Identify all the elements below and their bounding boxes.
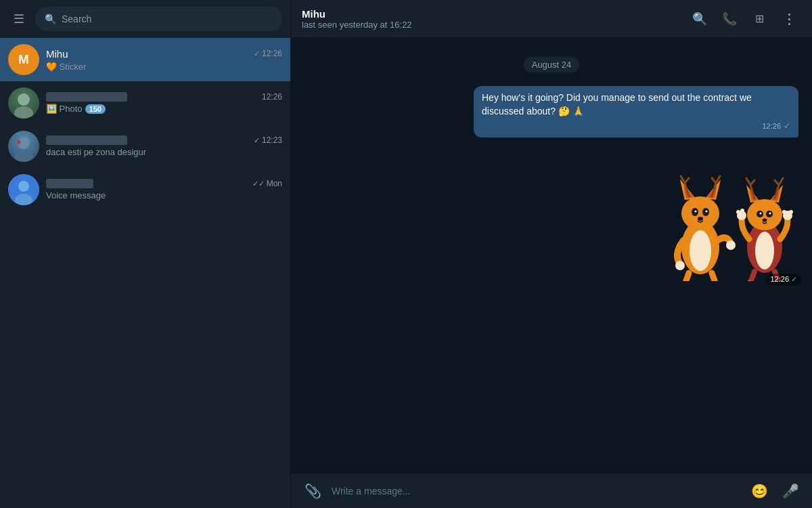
chat-name: Mihu xyxy=(46,48,68,60)
chat-preview: 🖼️ Photo 150 xyxy=(46,104,282,114)
svg-point-19 xyxy=(706,210,708,212)
svg-point-6 xyxy=(18,181,29,192)
chat-header: Mihu last seen yesterday at 16:22 🔍 📞 ⊞ … xyxy=(291,0,812,38)
search-icon: 🔍 xyxy=(45,14,56,24)
emoji-button[interactable]: 😊 xyxy=(747,479,771,503)
sidebar-header: ☰ 🔍 xyxy=(0,0,290,38)
attach-icon: 📎 xyxy=(304,483,321,499)
avatar xyxy=(8,174,39,205)
svg-point-22 xyxy=(726,240,736,250)
messages-area: August 24 Hey how's it going? Did you ma… xyxy=(291,38,812,473)
chat-name-blurred xyxy=(46,92,127,102)
svg-point-18 xyxy=(695,210,697,212)
chat-item-mihu[interactable]: M Mihu ✓ 12:26 🧡 Sticker xyxy=(0,38,290,81)
chat-preview: 🧡 Sticker xyxy=(46,62,282,72)
emoji-icon: 😊 xyxy=(751,483,768,499)
chat-top: 12:26 xyxy=(46,92,282,102)
chat-info: Mihu ✓ 12:26 🧡 Sticker xyxy=(46,48,282,72)
chat-item-3[interactable]: ✓ 12:23 daca esti pe zona desigur xyxy=(0,125,290,168)
avatar xyxy=(8,87,39,119)
chat-item-4[interactable]: ✓✓ Mon Voice message xyxy=(0,168,290,211)
chat-name-blurred xyxy=(46,135,127,145)
svg-point-0 xyxy=(18,93,30,106)
split-view-button[interactable]: ⊞ xyxy=(747,7,771,31)
svg-point-40 xyxy=(740,209,744,213)
chat-info: ✓ 12:23 daca esti pe zona desigur xyxy=(46,135,282,157)
svg-point-26 xyxy=(755,232,774,270)
more-icon: ⋮ xyxy=(782,11,796,27)
svg-point-21 xyxy=(675,261,685,270)
more-options-button[interactable]: ⋮ xyxy=(777,7,801,31)
phone-icon: 📞 xyxy=(722,12,737,26)
chat-top: Mihu ✓ 12:26 xyxy=(46,48,282,60)
chat-time: ✓ 12:26 xyxy=(254,49,282,58)
message-bubble: Hey how's it going? Did you manage to se… xyxy=(474,86,798,137)
svg-point-35 xyxy=(769,212,771,214)
check-icon: ✓✓ xyxy=(252,179,265,188)
search-input[interactable] xyxy=(62,14,273,24)
chat-top: ✓✓ Mon xyxy=(46,179,282,188)
chat-info: ✓✓ Mon Voice message xyxy=(46,179,282,200)
sticker-image xyxy=(663,146,798,281)
chat-time: ✓✓ Mon xyxy=(252,179,282,188)
svg-point-42 xyxy=(789,210,793,214)
svg-point-36 xyxy=(763,218,767,221)
chat-header-info: Mihu last seen yesterday at 16:22 xyxy=(302,8,412,30)
chat-info: 12:26 🖼️ Photo 150 xyxy=(46,92,282,114)
message-row: Hey how's it going? Did you manage to se… xyxy=(304,86,798,137)
svg-point-1 xyxy=(14,106,33,119)
chat-preview: Voice message xyxy=(46,190,282,200)
chat-top: ✓ 12:23 xyxy=(46,135,282,145)
message-meta: 12:26 ✓ xyxy=(482,121,790,132)
message-input[interactable] xyxy=(332,486,740,496)
sticker-container: 12:26 ✓ xyxy=(663,146,798,281)
voice-button[interactable]: 🎤 xyxy=(778,479,803,503)
avatar-letter: M xyxy=(18,52,29,67)
message-input-area: 📎 😊 🎤 xyxy=(291,473,812,508)
chat-list: M Mihu ✓ 12:26 🧡 Sticker xyxy=(0,38,290,508)
chat-header-actions: 🔍 📞 ⊞ ⋮ xyxy=(687,7,801,31)
chat-item-2[interactable]: 12:26 🖼️ Photo 150 xyxy=(0,81,290,125)
phone-call-button[interactable]: 📞 xyxy=(717,7,742,31)
message-time: 12:26 xyxy=(762,121,781,131)
attach-button[interactable]: 📎 xyxy=(300,479,325,503)
message-check-icon: ✓ xyxy=(784,121,790,132)
chat-time: 12:26 xyxy=(262,92,282,102)
date-divider: August 24 xyxy=(304,57,798,72)
svg-point-27 xyxy=(747,199,782,230)
svg-point-20 xyxy=(698,217,703,221)
unread-badge: 150 xyxy=(85,104,106,114)
search-bar[interactable]: 🔍 xyxy=(35,7,282,31)
sticker-time-badge: 12:26 ✓ xyxy=(766,274,801,285)
sticker-time: 12:26 xyxy=(770,275,789,283)
columns-icon: ⊞ xyxy=(755,12,764,25)
svg-point-3 xyxy=(14,150,33,162)
svg-point-10 xyxy=(681,196,719,230)
sticker-row: 12:26 ✓ xyxy=(304,146,798,281)
svg-rect-4 xyxy=(18,140,20,144)
chat-name-blurred xyxy=(46,179,93,188)
hamburger-menu-button[interactable]: ☰ xyxy=(8,8,30,30)
chat-header-status: last seen yesterday at 16:22 xyxy=(302,20,412,30)
svg-point-9 xyxy=(690,230,711,271)
microphone-icon: 🎤 xyxy=(782,483,799,499)
chat-header-name: Mihu xyxy=(302,8,412,20)
check-icon: ✓ xyxy=(254,49,260,58)
search-button[interactable]: 🔍 xyxy=(687,7,712,31)
hamburger-icon: ☰ xyxy=(14,12,24,26)
sidebar: ☰ 🔍 M Mihu ✓ 12:26 xyxy=(0,0,291,508)
avatar: M xyxy=(8,44,39,75)
svg-point-39 xyxy=(736,210,740,214)
message-text: Hey how's it going? Did you manage to se… xyxy=(482,92,752,117)
search-icon: 🔍 xyxy=(692,12,707,26)
svg-point-41 xyxy=(782,210,786,214)
chat-area: Mihu last seen yesterday at 16:22 🔍 📞 ⊞ … xyxy=(291,0,812,508)
avatar xyxy=(8,131,39,162)
date-label: August 24 xyxy=(524,57,580,72)
sticker-check-icon: ✓ xyxy=(791,275,797,284)
svg-point-34 xyxy=(760,212,762,214)
chat-preview: daca esti pe zona desigur xyxy=(46,147,282,157)
chat-time: ✓ 12:23 xyxy=(254,135,282,145)
check-icon: ✓ xyxy=(254,136,260,145)
